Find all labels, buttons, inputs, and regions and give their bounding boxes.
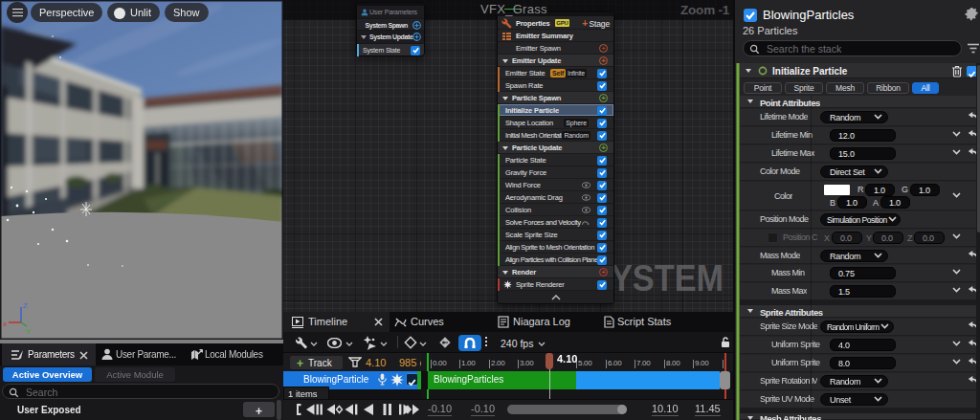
svg-text:Z: Z — [23, 301, 28, 310]
svg-text:x: x — [3, 320, 7, 328]
svg-text:Y: Y — [26, 327, 32, 336]
